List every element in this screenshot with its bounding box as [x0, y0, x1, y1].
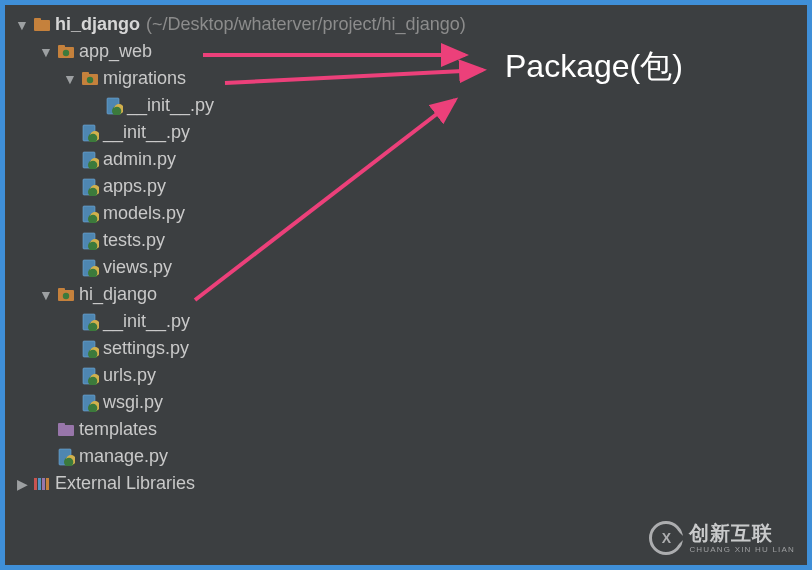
chevron-down-icon[interactable]: ▼ — [61, 71, 79, 87]
python-file-icon — [79, 205, 101, 223]
tree-row-file[interactable]: apps.py — [11, 173, 807, 200]
file-label: settings.py — [101, 338, 189, 359]
folder-icon — [55, 421, 77, 439]
tree-row-templates[interactable]: templates — [11, 416, 807, 443]
package-icon — [55, 286, 77, 304]
python-file-icon — [79, 232, 101, 250]
tree-row-root[interactable]: ▼ hi_django (~/Desktop/whaterver/project… — [11, 11, 807, 38]
file-label: admin.py — [101, 149, 176, 170]
tree-row-app-web[interactable]: ▼ app_web — [11, 38, 807, 65]
libraries-icon — [31, 475, 53, 493]
tree-row-file[interactable]: __init__.py — [11, 119, 807, 146]
python-file-icon — [79, 124, 101, 142]
python-file-icon — [79, 340, 101, 358]
chevron-down-icon[interactable]: ▼ — [37, 287, 55, 303]
file-label: manage.py — [77, 446, 168, 467]
file-label: wsgi.py — [101, 392, 163, 413]
folder-label: migrations — [101, 68, 186, 89]
python-file-icon — [55, 448, 77, 466]
folder-label: app_web — [77, 41, 152, 62]
folder-label: hi_django — [77, 284, 157, 305]
file-label: apps.py — [101, 176, 166, 197]
tree-row-manage[interactable]: manage.py — [11, 443, 807, 470]
python-file-icon — [79, 259, 101, 277]
external-libs-label: External Libraries — [53, 473, 195, 494]
tree-row-file[interactable]: settings.py — [11, 335, 807, 362]
python-file-icon — [79, 151, 101, 169]
tree-row-file[interactable]: admin.py — [11, 146, 807, 173]
chevron-right-icon[interactable]: ▶ — [13, 476, 31, 492]
annotation-label: Package(包) — [505, 45, 683, 89]
file-label: __init__.py — [101, 311, 190, 332]
file-label: __init__.py — [101, 122, 190, 143]
tree-row-file[interactable]: __init__.py — [11, 308, 807, 335]
python-file-icon — [79, 394, 101, 412]
file-label: __init__.py — [125, 95, 214, 116]
tree-row-file[interactable]: wsgi.py — [11, 389, 807, 416]
file-label: models.py — [101, 203, 185, 224]
tree-row-file[interactable]: urls.py — [11, 362, 807, 389]
tree-row-hi-django-pkg[interactable]: ▼ hi_django — [11, 281, 807, 308]
watermark-pinyin: CHUANG XIN HU LIAN — [689, 546, 795, 554]
project-tree: ▼ hi_django (~/Desktop/whaterver/project… — [5, 5, 807, 497]
root-name: hi_django — [53, 14, 140, 35]
tree-row-external-libs[interactable]: ▶ External Libraries — [11, 470, 807, 497]
tree-row-file[interactable]: models.py — [11, 200, 807, 227]
tree-row-file[interactable]: views.py — [11, 254, 807, 281]
file-label: views.py — [101, 257, 172, 278]
folder-label: templates — [77, 419, 157, 440]
python-file-icon — [79, 178, 101, 196]
root-path: (~/Desktop/whaterver/project/hi_django) — [140, 14, 466, 35]
tree-row-file[interactable]: __init__.py — [11, 92, 807, 119]
tree-row-file[interactable]: tests.py — [11, 227, 807, 254]
python-file-icon — [79, 313, 101, 331]
watermark: X 创新互联 CHUANG XIN HU LIAN — [649, 521, 795, 555]
file-label: urls.py — [101, 365, 156, 386]
chevron-down-icon[interactable]: ▼ — [13, 17, 31, 33]
tree-row-migrations[interactable]: ▼ migrations — [11, 65, 807, 92]
watermark-logo-icon: X — [649, 521, 683, 555]
file-label: tests.py — [101, 230, 165, 251]
folder-root-icon — [31, 16, 53, 34]
package-icon — [55, 43, 77, 61]
watermark-brand: 创新互联 — [689, 523, 795, 543]
chevron-down-icon[interactable]: ▼ — [37, 44, 55, 60]
python-file-icon — [103, 97, 125, 115]
package-icon — [79, 70, 101, 88]
python-file-icon — [79, 367, 101, 385]
